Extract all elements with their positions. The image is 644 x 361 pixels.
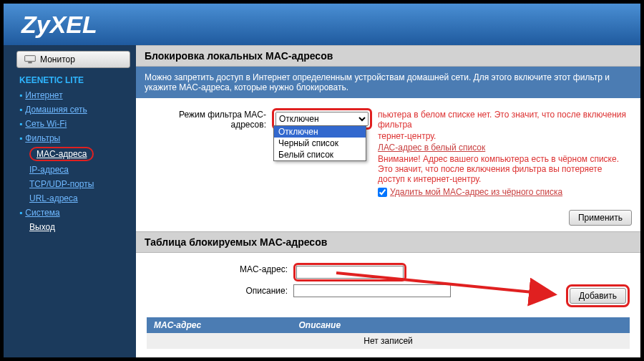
table-row-empty: Нет записей: [147, 333, 630, 349]
nav-filters[interactable]: ▪Фильтры: [4, 131, 136, 145]
section-table-title: Таблица блокируемых MAC-адресов: [136, 231, 640, 253]
desc-field-label: Описание:: [147, 284, 293, 296]
nav-wifi[interactable]: ▪Сеть Wi-Fi: [4, 117, 136, 131]
add-button[interactable]: Добавить: [570, 288, 626, 304]
warn-blacklist: Внимание! Адрес вашего компьютера есть в…: [378, 154, 630, 184]
sidebar: Монитор KEENETIC LITE ▪Интернет ▪Домашня…: [4, 45, 136, 357]
mac-input[interactable]: [296, 266, 404, 279]
nav-url-addresses[interactable]: URL-адреса: [4, 191, 136, 206]
main-content: Блокировка локальных MAC-адресов Можно з…: [136, 45, 640, 357]
nav-mac-addresses[interactable]: MAC-адреса: [29, 147, 94, 161]
mac-input-highlight: [293, 263, 406, 281]
th-desc: Описание: [292, 317, 630, 333]
warn-whitelist-1: пьютера в белом списке нет. Это значит, …: [378, 110, 630, 130]
remove-blacklist-label[interactable]: Удалить мой MAC-адрес из чёрного списка: [390, 187, 562, 197]
mode-label: Режим фильтра MAC-адресов:: [147, 108, 272, 130]
add-button-highlight: Добавить: [566, 284, 630, 307]
add-whitelist-link[interactable]: ЛАС-адрес в белый список: [378, 143, 630, 153]
section-block-title: Блокировка локальных MAC-адресов: [136, 45, 640, 67]
apply-button[interactable]: Применить: [569, 210, 632, 226]
mode-dropdown: Отключен Черный список Белый список: [273, 125, 366, 161]
monitor-button[interactable]: Монитор: [16, 51, 130, 68]
mac-field-label: MAC-адрес:: [147, 263, 293, 274]
blocked-table: MAC-адрес Описание Нет записей: [147, 317, 630, 349]
svg-rect-1: [28, 62, 31, 63]
brand-logo: ZyXEL: [21, 11, 97, 39]
th-mac: MAC-адрес: [147, 317, 292, 333]
nav-internet[interactable]: ▪Интернет: [4, 88, 136, 102]
nav-ip-addresses[interactable]: IP-адреса: [4, 163, 136, 177]
mode-option-blacklist[interactable]: Черный список: [274, 138, 366, 149]
main-layout: Монитор KEENETIC LITE ▪Интернет ▪Домашня…: [4, 45, 640, 357]
info-banner: Можно запретить доступ в Интернет опреде…: [136, 67, 640, 98]
svg-rect-0: [25, 56, 36, 62]
nav-system[interactable]: ▪Система: [4, 206, 136, 220]
warn-whitelist-2: тернет-центру.: [378, 131, 630, 141]
nav-exit[interactable]: Выход: [4, 220, 136, 234]
nav-home[interactable]: ▪Домашняя сеть: [4, 102, 136, 117]
mode-option-disabled[interactable]: Отключен: [274, 126, 366, 138]
mode-option-whitelist[interactable]: Белый список: [274, 149, 366, 160]
nav-tcp-udp-ports[interactable]: TCP/UDP-порты: [4, 177, 136, 191]
monitor-label: Монитор: [40, 54, 75, 64]
monitor-icon: [24, 55, 36, 64]
remove-blacklist-checkbox[interactable]: [378, 188, 387, 197]
mode-select[interactable]: Отключен: [275, 112, 369, 126]
device-name: KEENETIC LITE: [4, 75, 136, 88]
app-header: ZyXEL: [4, 4, 640, 45]
description-input[interactable]: [293, 284, 451, 297]
